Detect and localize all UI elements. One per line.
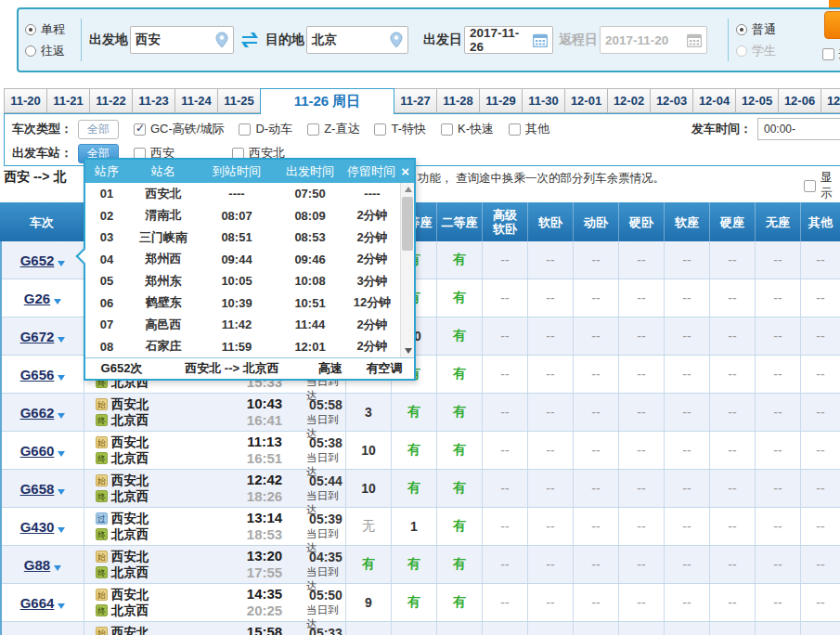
expand-caret-icon[interactable] xyxy=(58,375,65,381)
expand-caret-icon[interactable] xyxy=(58,527,65,533)
duration-cell: 05:58 当日到达 xyxy=(306,394,345,431)
checkbox-icon[interactable] xyxy=(307,123,319,136)
date-tab[interactable]: 11-29 xyxy=(479,88,523,113)
swap-cities-icon[interactable] xyxy=(238,30,262,50)
seat-soft-sleeper: -- xyxy=(527,394,573,431)
train-type-all-button[interactable]: 全部 xyxy=(78,120,119,139)
expand-caret-icon[interactable] xyxy=(58,451,65,457)
stop-depart-time: 12:01 xyxy=(275,340,345,354)
return-date-input[interactable]: 2017-11-20 xyxy=(600,26,707,54)
expand-caret-icon[interactable] xyxy=(58,261,65,266)
date-tab[interactable]: 12-04 xyxy=(692,88,736,113)
date-tab[interactable]: 12-02 xyxy=(607,88,651,113)
date-tab[interactable]: 11-23 xyxy=(132,88,175,113)
duration-cell: 05:33 xyxy=(306,622,345,635)
stop-arrive-time: 11:42 xyxy=(199,318,275,331)
train-number-link[interactable]: G656 xyxy=(20,367,55,382)
round-trip-radio[interactable]: 往返 xyxy=(25,43,73,59)
date-tab[interactable]: 12-06 xyxy=(778,88,821,113)
date-tab[interactable]: 11-27 xyxy=(394,88,437,113)
same-day-arrive: 当日到达 xyxy=(306,451,345,465)
train-type-checkbox[interactable]: GC-高铁/城际 xyxy=(134,121,224,137)
radio-icon[interactable] xyxy=(25,24,36,35)
checkbox-icon[interactable] xyxy=(804,180,816,192)
train-type-checkbox[interactable]: T-特快 xyxy=(374,121,426,137)
expand-caret-icon[interactable] xyxy=(54,565,61,571)
popup-scrollbar[interactable] xyxy=(400,183,414,357)
radio-icon[interactable] xyxy=(736,45,747,57)
seat-business: 无 xyxy=(345,508,391,545)
duration-value: 05:58 xyxy=(309,397,342,413)
origin-station: 西安北 xyxy=(111,434,149,451)
train-number-link[interactable]: G672 xyxy=(20,329,55,344)
date-tab[interactable]: 11-22 xyxy=(89,88,133,113)
date-tab[interactable]: 11-25 xyxy=(217,88,261,113)
show-all-checkbox[interactable]: 显示 xyxy=(804,170,840,201)
depart-time-group: 发车时间： 00:00- xyxy=(691,118,840,140)
date-tab[interactable]: 12-03 xyxy=(650,88,693,113)
train-number-link[interactable]: G652 xyxy=(20,253,55,268)
origin-station: 西安北 xyxy=(111,396,149,413)
train-number-cell: G26 xyxy=(2,279,84,317)
date-tab[interactable]: 11-21 xyxy=(46,88,90,113)
from-city-input[interactable]: 西安 xyxy=(130,26,234,54)
student-passenger-radio[interactable]: 学生 xyxy=(736,43,784,59)
expand-caret-icon[interactable] xyxy=(58,603,65,609)
train-type-checkbox[interactable]: Z-直达 xyxy=(307,121,359,137)
origin-line: 过 西安北 xyxy=(96,511,223,526)
train-number-link[interactable]: G26 xyxy=(24,291,50,306)
date-tab[interactable]: 11-28 xyxy=(436,88,480,113)
train-type-checkbox[interactable]: K-快速 xyxy=(441,121,494,137)
train-type-checkbox[interactable]: 其他 xyxy=(509,121,549,137)
checkbox-icon[interactable] xyxy=(509,123,521,136)
query-button[interactable] xyxy=(824,11,840,39)
scroll-thumb[interactable] xyxy=(402,197,413,251)
train-number-link[interactable]: G664 xyxy=(20,595,55,611)
date-tab[interactable]: 12-07 xyxy=(821,88,840,113)
train-number-link[interactable]: G660 xyxy=(20,443,55,459)
close-icon[interactable]: × xyxy=(401,164,409,178)
calendar-icon[interactable] xyxy=(533,33,548,47)
seat-hard-sleeper: -- xyxy=(618,318,664,355)
open-checkbox-row[interactable]: 开 xyxy=(822,46,840,62)
date-tab[interactable]: 11-24 xyxy=(174,88,218,113)
expand-caret-icon[interactable] xyxy=(58,489,65,495)
seat-second: 有 xyxy=(436,584,482,621)
checkbox-icon[interactable] xyxy=(239,123,251,136)
normal-passenger-radio[interactable]: 普通 xyxy=(736,21,784,38)
date-tab[interactable]: 12-05 xyxy=(735,88,779,113)
train-number-link[interactable]: G88 xyxy=(24,557,50,573)
depart-date-input[interactable]: 2017-11-26 xyxy=(464,26,553,54)
train-number-link[interactable]: G658 xyxy=(20,481,55,497)
checkbox-icon[interactable] xyxy=(134,123,146,136)
train-type-checkbox[interactable]: D-动车 xyxy=(239,121,292,137)
scroll-up-icon[interactable] xyxy=(401,183,414,196)
origin-tag-icon: 始 xyxy=(96,474,108,486)
seat-emu-sleeper: -- xyxy=(573,356,618,393)
dest-tag-icon: 终 xyxy=(96,566,108,578)
expand-caret-icon[interactable] xyxy=(58,413,65,419)
date-tab[interactable]: 11-26 周日 xyxy=(260,88,394,114)
radio-icon[interactable] xyxy=(25,45,36,57)
one-way-radio[interactable]: 单程 xyxy=(25,21,73,38)
train-number-link[interactable]: G662 xyxy=(20,405,55,421)
location-pin-icon xyxy=(390,32,403,48)
to-city-input[interactable]: 北京 xyxy=(306,26,408,54)
checkbox-icon[interactable] xyxy=(441,123,453,136)
times-cell: 15:58 xyxy=(223,622,306,635)
table-header-cell: 硬座 xyxy=(709,202,755,241)
radio-icon[interactable] xyxy=(736,24,747,35)
checkbox-icon[interactable] xyxy=(822,48,834,60)
expand-caret-icon[interactable] xyxy=(58,337,65,343)
origin-tag-icon: 始 xyxy=(96,627,108,635)
train-number-link[interactable]: G430 xyxy=(20,519,55,535)
checkbox-icon[interactable] xyxy=(374,123,386,136)
expand-caret-icon[interactable] xyxy=(54,299,61,305)
seat-business: 9 xyxy=(345,584,391,621)
date-tab[interactable]: 11-30 xyxy=(522,88,565,113)
date-tab[interactable]: 12-01 xyxy=(564,88,608,113)
date-tab[interactable]: 11-20 xyxy=(4,88,47,113)
origin-tag-icon: 始 xyxy=(96,551,108,563)
scroll-down-icon[interactable] xyxy=(401,344,414,357)
depart-time-select[interactable]: 00:00- xyxy=(757,118,840,140)
